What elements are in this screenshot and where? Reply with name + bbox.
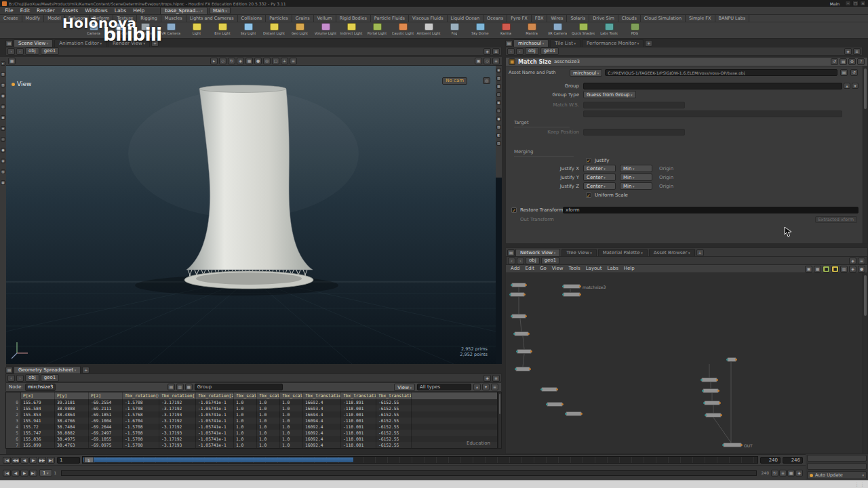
back-icon[interactable]: ‹ [508, 258, 515, 264]
shelf-tab-lights-and-cameras[interactable]: Lights and Cameras [186, 15, 238, 22]
network-node-out[interactable]: OUT [723, 443, 742, 447]
viewport-toolbar-icon[interactable]: ▣ [475, 58, 482, 64]
window-maximize-button[interactable]: □ [852, 1, 859, 6]
playbar-option-icon[interactable]: ◈ [795, 470, 803, 476]
shelf-tool-distant-light[interactable]: Distant Light [262, 23, 286, 35]
shelf-tab-particles[interactable]: Particles [266, 15, 292, 22]
viewport-display-icon[interactable]: ▦ [496, 84, 501, 89]
pane-tab-tree-view[interactable]: Tree View [561, 249, 597, 256]
shelf-tab-oceans[interactable]: Oceans [484, 15, 507, 22]
pane-options-icon[interactable]: ≡ [853, 48, 861, 55]
path-chip-obj[interactable]: obj [526, 257, 540, 264]
column-header-fbx-translation-0[interactable]: fbx_translation[0] [303, 392, 341, 399]
menu-arrow-icon[interactable]: ▾ [852, 83, 859, 89]
shelf-tab-liquid-ocean[interactable]: Liquid Ocean [448, 15, 484, 22]
resize-grip[interactable]: ⋮⋮ [854, 482, 865, 487]
spreadsheet-toolbar-icon[interactable]: ▾ [482, 384, 490, 390]
pane-options-icon[interactable]: ≡ [858, 258, 865, 264]
spreadsheet-toolbar-icon[interactable]: ▤ [167, 384, 175, 390]
viewport-toolbar-icon[interactable]: ◇ [484, 58, 491, 64]
viewport-display-icon[interactable]: ◧ [496, 133, 501, 138]
transport-button[interactable]: ◀ [12, 470, 20, 476]
shelf-tab-solaris[interactable]: Solaris [567, 15, 589, 22]
view-radial-menu-label[interactable]: View [12, 81, 31, 87]
camera-lock-icon[interactable]: ◎ [483, 77, 490, 84]
side-toolbar-icon[interactable]: ▥ [1, 83, 5, 87]
network-node[interactable] [727, 357, 736, 362]
justify-bound-dropdown[interactable]: Min [620, 174, 652, 181]
path-chip-geo1[interactable]: geo1 [540, 47, 559, 55]
pane-tab-animation-editor[interactable]: Animation Editor [54, 39, 106, 47]
viewport-display-icon[interactable]: ◇ [496, 108, 501, 113]
current-frame-marker[interactable]: 1 [84, 457, 94, 463]
menu-render[interactable]: Render [33, 7, 58, 14]
viewport-toolbar-icon[interactable]: ↻ [228, 58, 235, 64]
new-pane-tab-button[interactable]: + [645, 40, 652, 47]
network-menu-edit[interactable]: Edit [523, 265, 538, 272]
playbar-option-icon[interactable]: ▦ [787, 470, 795, 476]
path-chip-geo1[interactable]: geo1 [541, 257, 560, 264]
network-menu-labs[interactable]: Labs [605, 265, 621, 272]
side-toolbar-icon[interactable]: ▦ [1, 94, 5, 98]
shelf-tool-fog[interactable]: Fog [442, 23, 467, 35]
pane-options-icon[interactable]: ≡ [492, 375, 500, 382]
network-menu-help[interactable]: Help [621, 265, 637, 272]
table-row[interactable]: 2155.85338.4864-69.1851-1.5768-3.17193-1… [6, 411, 497, 418]
column-header-fbx-scale-2[interactable]: fbx_scale[2] [280, 392, 303, 399]
network-scrollbar-thumb[interactable] [864, 275, 867, 316]
pane-tab-network-view[interactable]: Network View [515, 249, 560, 256]
network-node[interactable] [701, 378, 717, 382]
network-node[interactable] [547, 402, 563, 407]
camera-selector[interactable]: No cam [442, 77, 467, 85]
viewport-toolbar-icon[interactable]: ● [254, 58, 262, 64]
side-toolbar-icon[interactable]: ● [1, 148, 5, 152]
menu-windows[interactable]: Windows [81, 7, 111, 14]
timeline-slider[interactable]: 1 [82, 456, 758, 464]
shelf-tool-indirect-light[interactable]: Indirect Light [339, 23, 363, 35]
transport-button[interactable]: ▶| [47, 457, 55, 464]
network-canvas[interactable]: matchsize3OUT [506, 273, 863, 453]
transport-button[interactable]: ◀◀ [12, 457, 20, 464]
transport-button[interactable]: |◀ [3, 457, 11, 464]
param-action-button[interactable]: Extracted xform [815, 216, 857, 223]
network-node[interactable] [510, 292, 525, 297]
spreadsheet-toolbar-icon[interactable]: ▴ [473, 384, 481, 390]
side-toolbar-icon[interactable]: ◉ [1, 159, 5, 163]
column-header-p-z[interactable]: P[z] [89, 392, 123, 399]
shelf-tab-rigging[interactable]: Rigging [137, 15, 161, 22]
back-icon[interactable]: ‹ [507, 48, 515, 55]
geometry-spreadsheet-table[interactable]: P[x]P[y]P[z]fbx_rotation[0]fbx_rotation[… [5, 392, 498, 449]
shelf-tool-caustic-light[interactable]: Caustic Light [391, 23, 415, 35]
param-dropdown-group-type[interactable]: Guess from Group [583, 91, 636, 98]
range-track[interactable] [61, 470, 756, 476]
transport-button[interactable]: ▶| [29, 470, 37, 476]
path-chip-obj[interactable]: obj [25, 374, 39, 382]
viewport-canvas[interactable]: View No cam ◎ 2,952 prims 2,952 points [6, 66, 496, 364]
forward-icon[interactable]: › [516, 48, 524, 55]
network-node-matchsize3[interactable]: matchsize3 [563, 284, 580, 289]
menu-assets[interactable]: Assets [58, 7, 81, 14]
parameter-scrollbar[interactable] [863, 66, 867, 243]
parameter-scrollbar-thumb[interactable] [864, 68, 867, 109]
new-pane-tab-button[interactable]: + [82, 367, 90, 373]
network-toolbar-icon[interactable]: ▣ [805, 266, 812, 272]
side-toolbar-icon[interactable]: ▨ [1, 169, 5, 174]
shelf-tool-vr-camera[interactable]: VR Camera [159, 23, 183, 35]
shelf-tool-pdg[interactable]: PDG [623, 23, 647, 35]
param-field-blank[interactable] [583, 110, 842, 117]
side-toolbar-icon[interactable]: ▣ [1, 115, 5, 120]
spreadsheet-toolbar-icon[interactable]: ▦ [185, 384, 193, 390]
transport-button[interactable]: ◀ [20, 457, 28, 464]
keyframe-panel[interactable] [807, 463, 867, 470]
spreadsheet-toolbar-icon[interactable]: ▥ [176, 384, 184, 390]
param-field-keep-position[interactable] [583, 129, 685, 136]
shelf-tool-geo-light[interactable]: Geo Light [288, 23, 312, 35]
range-end-field[interactable]: 240 [760, 457, 781, 464]
shelf-tab-pyro-fx[interactable]: Pyro FX [507, 15, 532, 22]
column-header-fbx-translation-1[interactable]: fbx_translation[1] [341, 392, 376, 399]
shelf-tab-drive-sim[interactable]: Drive Sim [589, 15, 618, 22]
transport-button[interactable]: ▶ [20, 470, 28, 476]
transport-button[interactable]: ▶▶ [38, 457, 46, 464]
network-toolbar-icon[interactable]: ■ [823, 266, 830, 272]
pane-tab-scene-view[interactable]: Scene View [14, 39, 53, 47]
